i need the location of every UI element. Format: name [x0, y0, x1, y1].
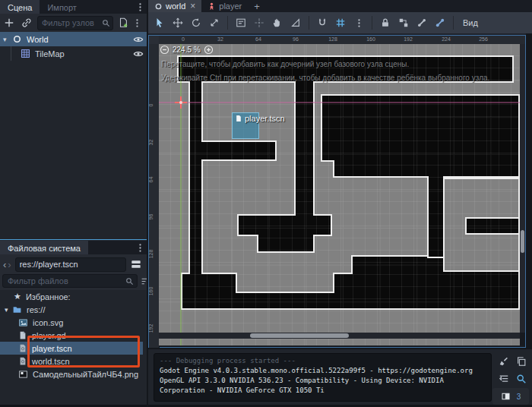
filesystem-tabbar: Файловая система	[0, 241, 148, 254]
v-scrollbar-thumb[interactable]	[521, 230, 524, 253]
nav-forward-icon[interactable]: ›	[8, 259, 11, 270]
tilemap-canvas[interactable]	[159, 44, 520, 345]
search-output-button[interactable]	[514, 371, 529, 386]
zoom-out-button[interactable]	[160, 45, 169, 55]
drag-hint-line2: Удерживайте Ctrl при перетаскивании, что…	[161, 74, 489, 82]
current-path: res://player.tscn	[20, 260, 78, 269]
zoom-percent[interactable]: 224.5 %	[173, 46, 201, 54]
canvas-toolbar: Вид	[148, 12, 532, 33]
node2d-icon	[154, 2, 163, 11]
scene-tree: ▾ World TileMap	[0, 32, 148, 239]
image-file-icon	[18, 370, 28, 379]
grid-snap-button[interactable]	[332, 14, 349, 31]
copy-output-button[interactable]	[514, 354, 529, 369]
debugger-panel-icon	[501, 392, 511, 401]
filesystem-menu-icon[interactable]	[132, 241, 148, 254]
h-scrollbar-track[interactable]	[159, 333, 520, 339]
path-field[interactable]: res://player.tscn	[15, 257, 126, 272]
scale-tool-button[interactable]	[206, 14, 223, 31]
file-tree: ★ Избранное: ▾ res:// icon.svg player.gd…	[0, 290, 148, 407]
file-icon-svg[interactable]: icon.svg	[0, 316, 148, 329]
file-player-tscn[interactable]: player.tscn	[0, 342, 143, 355]
scene-tab-player[interactable]: player	[201, 0, 248, 12]
favorites-item[interactable]: ★ Избранное:	[0, 290, 148, 303]
zoom-in-button[interactable]	[204, 45, 214, 55]
filesystem-nav: ‹ › res://player.tscn	[0, 256, 151, 273]
search-icon	[102, 19, 110, 27]
drag-hint-line1: Перетащите, чтобы добавить как дочерний …	[161, 60, 409, 68]
window-edge	[526, 33, 532, 348]
tab-import[interactable]: Импорт	[40, 0, 84, 14]
dock-splitter[interactable]	[147, 0, 148, 407]
ruler-left: 0 32 64 96 128 160 192	[149, 44, 160, 349]
select-tool-button[interactable]	[151, 14, 168, 31]
tab-filesystem[interactable]: Файловая система	[0, 241, 88, 254]
add-node-button[interactable]	[4, 17, 14, 28]
file-filter-input[interactable]	[6, 276, 125, 286]
console-line: Godot Engine v4.0.3.stable.mono.official…	[160, 366, 486, 376]
attach-script-button[interactable]	[118, 17, 128, 28]
pivot-tool-button[interactable]	[251, 14, 268, 31]
close-tab-icon[interactable]: ×	[190, 1, 195, 11]
debugger-count: 3	[517, 393, 521, 401]
godot-editor-window: Сцена Импорт ▾ World	[0, 0, 532, 407]
view-menu-button[interactable]: Вид	[458, 18, 483, 27]
clear-output-button[interactable]	[496, 354, 511, 369]
tab-scene[interactable]: Сцена	[0, 0, 40, 14]
character-body-icon	[207, 2, 216, 11]
visibility-eye-icon[interactable]	[133, 34, 144, 45]
file-world-tscn[interactable]: world.tscn	[0, 355, 148, 368]
v-scrollbar-track[interactable]	[520, 44, 525, 333]
group-node-button[interactable]	[395, 14, 412, 31]
output-panel: --- Debugging process started --- Godot …	[148, 348, 532, 407]
collapse-messages-button[interactable]	[496, 371, 511, 386]
new-scene-tab-button[interactable]: +	[248, 0, 266, 12]
debugger-badge[interactable]: 3	[492, 388, 529, 405]
output-tools	[496, 354, 530, 386]
scene-tree-menu-icon[interactable]	[132, 18, 142, 28]
pan-tool-button[interactable]	[269, 14, 286, 31]
scene-file-icon	[18, 356, 27, 366]
viewport-2d[interactable]: 0 32 64 96 128 160 192 224 256 0 32 64 9…	[148, 35, 526, 348]
folder-icon	[12, 305, 22, 314]
visibility-eye-icon[interactable]	[133, 49, 144, 59]
collapse-arrow-icon[interactable]: ▾	[5, 306, 12, 314]
rotate-tool-button[interactable]	[188, 14, 204, 31]
tilemap-icon	[21, 49, 30, 58]
lock-node-button[interactable]	[377, 14, 394, 31]
instance-scene-button[interactable]	[21, 17, 32, 28]
scene-node-tilemap[interactable]: TileMap	[0, 46, 148, 61]
nav-back-icon[interactable]: ‹	[3, 259, 6, 270]
output-console[interactable]: --- Debugging process started --- Godot …	[154, 353, 492, 402]
node-label: World	[27, 35, 49, 44]
zoom-widget: 224.5 %	[160, 44, 214, 55]
ruler-tool-button[interactable]	[287, 14, 304, 31]
toggle-split-mode-button[interactable]	[130, 259, 142, 270]
file-tile-png[interactable]: СамодельныйТайлЧБ4.png	[0, 368, 148, 380]
smart-snap-button[interactable]	[314, 14, 331, 31]
skeleton-options-button[interactable]	[432, 14, 448, 31]
move-tool-button[interactable]	[169, 14, 186, 31]
scene-node-world[interactable]: ▾ World	[0, 32, 148, 46]
collapse-arrow-icon[interactable]: ▾	[3, 36, 12, 43]
snap-options-menu-icon[interactable]	[350, 14, 367, 31]
file-filter-row	[0, 273, 153, 289]
node-label: TileMap	[35, 49, 65, 58]
node-filter-input[interactable]	[40, 17, 102, 28]
scene-dock-menu-icon[interactable]	[132, 0, 148, 14]
file-icon	[235, 114, 242, 123]
scene-tabs-bar: world × player +	[148, 0, 532, 12]
scene-file-icon	[18, 343, 27, 353]
file-filter-field[interactable]	[2, 274, 138, 288]
folder-res-root[interactable]: ▾ res://	[0, 303, 148, 316]
file-player-gd[interactable]: player.gd	[0, 329, 148, 342]
star-icon: ★	[14, 292, 21, 301]
node-filter-field[interactable]	[37, 16, 113, 30]
script-file-icon	[18, 330, 27, 340]
node2d-icon	[12, 34, 22, 44]
bone-button[interactable]	[413, 14, 430, 31]
list-select-button[interactable]	[233, 14, 249, 31]
scene-tab-world[interactable]: world ×	[148, 0, 201, 12]
h-scrollbar-thumb[interactable]	[250, 333, 349, 338]
search-icon	[125, 277, 134, 286]
